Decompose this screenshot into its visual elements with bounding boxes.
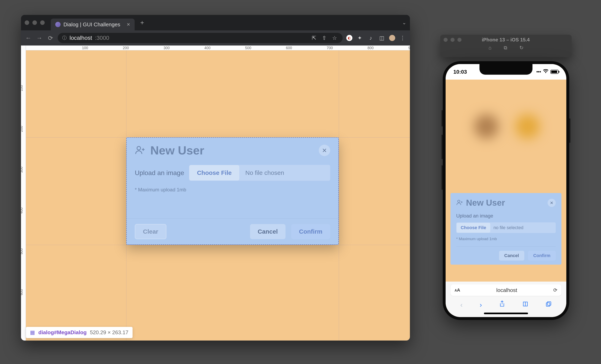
phone-dialog-close-button[interactable] <box>548 199 556 207</box>
dialog-header: New User <box>127 138 338 163</box>
ruler-tick: 500 <box>245 46 251 50</box>
phone-file-input[interactable]: Choose File no file selected <box>456 222 556 233</box>
iphone-device: 10:03 ••• New User <box>443 61 569 320</box>
svg-rect-11 <box>546 303 550 306</box>
safari-toolbar: AA localhost ⟳ ‹ › <box>446 282 566 317</box>
text-size-icon[interactable]: AA <box>455 287 460 293</box>
nav-reload-icon[interactable]: ⟳ <box>47 34 54 42</box>
file-input[interactable]: Choose File No file chosen <box>189 165 330 181</box>
media-icon[interactable]: ♪ <box>367 35 374 41</box>
compass-icon[interactable]: ◐ <box>346 35 352 41</box>
window-maximize[interactable] <box>40 20 45 25</box>
tab-close-icon[interactable]: × <box>127 21 130 28</box>
safari-share-icon[interactable] <box>499 300 505 309</box>
window-close[interactable] <box>25 20 29 25</box>
phone-dialog-header: New User <box>456 198 556 208</box>
file-status: No file chosen <box>240 169 284 176</box>
site-info-icon[interactable]: ⓘ <box>62 35 67 41</box>
guide-line <box>339 51 339 341</box>
window-minimize[interactable] <box>32 20 37 25</box>
blurred-avatar-2 <box>515 114 540 139</box>
status-time: 10:03 <box>453 69 467 75</box>
dialog-footer: Clear Cancel Confirm <box>127 219 338 244</box>
browser-window: Dialog | GUI Challenges × + ⌄ ← → ⟳ ⓘ lo… <box>21 15 410 341</box>
phone-choose-file-button[interactable]: Choose File <box>457 223 490 233</box>
ruler-horizontal: 100 200 300 400 500 600 700 800 900 <box>21 45 410 51</box>
ruler-tick: 700 <box>327 46 333 50</box>
browser-toolbar: ← → ⟳ ⓘ localhost:3000 ⇱ ⇧ ☆ ◐ ✦ ♪ ◫ ⋮ <box>21 30 410 45</box>
clear-button[interactable]: Clear <box>135 224 166 239</box>
phone-mega-dialog: New User Upload an image Choose File no … <box>451 193 561 265</box>
safari-url: localhost <box>460 287 553 293</box>
dialog-body: Upload an image Choose File No file chos… <box>127 163 338 192</box>
upload-row: Upload an image Choose File No file chos… <box>135 165 330 181</box>
ruler-tick: 600 <box>286 46 292 50</box>
devtools-dimensions: 520.29 × 263.17 <box>90 329 129 336</box>
wifi-icon <box>543 69 548 74</box>
tab-title: Dialog | GUI Challenges <box>63 21 120 28</box>
upload-hint: * Maximum upload 1mb <box>135 187 330 192</box>
ruler-tick: 300 <box>164 46 170 50</box>
new-tab-button[interactable]: + <box>140 19 144 27</box>
overflow-menu-icon[interactable]: ⋮ <box>399 35 406 41</box>
nav-back-icon[interactable]: ← <box>25 34 32 41</box>
confirm-button[interactable]: Confirm <box>291 224 330 239</box>
cancel-button[interactable]: Cancel <box>250 224 286 239</box>
safari-back-icon[interactable]: ‹ <box>460 301 462 309</box>
cellular-icon: ••• <box>536 69 541 74</box>
ruler-tick: 100 <box>82 46 88 50</box>
ruler-tick: 100 <box>21 85 24 91</box>
phone-cancel-button[interactable]: Cancel <box>499 251 524 261</box>
window-minimize[interactable] <box>451 38 455 42</box>
bookmark-star-icon[interactable]: ☆ <box>331 35 338 41</box>
dialog-close-button[interactable] <box>319 145 330 156</box>
safari-forward-icon[interactable]: › <box>480 301 482 309</box>
phone-dialog-title: New User <box>466 198 505 208</box>
address-port: :3000 <box>95 35 109 41</box>
ruler-vertical: 100 200 300 400 500 600 <box>21 45 26 341</box>
mega-dialog: New User Upload an image Choose File No … <box>126 137 339 245</box>
ruler-tick: 200 <box>21 126 24 132</box>
nav-forward-icon[interactable]: → <box>36 34 43 41</box>
phone-upload-hint: * Maximum upload 1mb <box>456 237 556 241</box>
upload-label: Upload an image <box>135 169 184 177</box>
extensions-icon[interactable]: ✦ <box>356 35 363 41</box>
add-user-icon <box>135 145 145 156</box>
sim-rotate-icon[interactable]: ↻ <box>520 45 523 51</box>
simulator-title: iPhone 13 – iOS 15.4 <box>482 37 530 43</box>
ruler-tick: 200 <box>123 46 129 50</box>
add-user-icon <box>456 199 463 207</box>
grid-icon: ▦ <box>30 329 35 336</box>
window-maximize[interactable] <box>457 38 461 42</box>
choose-file-button[interactable]: Choose File <box>190 165 239 180</box>
svg-point-5 <box>458 200 460 202</box>
sim-home-icon[interactable]: ⌂ <box>488 45 491 51</box>
reload-icon[interactable]: ⟳ <box>553 287 557 293</box>
open-external-icon[interactable]: ⇱ <box>311 35 318 41</box>
home-indicator[interactable] <box>484 313 528 314</box>
share-icon[interactable]: ⇧ <box>321 35 328 41</box>
ruler-tick: 400 <box>21 208 24 214</box>
devtools-element-tooltip: ▦ dialog#MegaDialog 520.29 × 263.17 <box>26 327 132 338</box>
page-viewport: 100 200 300 400 500 600 700 800 900 100 … <box>21 45 410 341</box>
dialog-title: New User <box>150 143 204 157</box>
phone-file-status: no file selected <box>491 225 523 230</box>
window-controls <box>25 20 45 25</box>
simulator-toolbar: iPhone 13 – iOS 15.4 ⌂ ⧉ ↻ <box>440 35 572 57</box>
safari-tabs-icon[interactable] <box>546 301 552 309</box>
safari-bookmarks-icon[interactable] <box>522 301 528 309</box>
profile-avatar-icon[interactable] <box>389 35 395 41</box>
iphone-screen: 10:03 ••• New User <box>446 64 566 317</box>
address-bar[interactable]: ⓘ localhost:3000 ⇱ ⇧ ☆ <box>58 33 343 43</box>
sim-screenshot-icon[interactable]: ⧉ <box>504 45 507 51</box>
ruler-tick: 900 <box>408 46 410 50</box>
phone-confirm-button[interactable]: Confirm <box>528 251 556 261</box>
iphone-notch <box>480 64 532 75</box>
window-close[interactable] <box>444 38 448 42</box>
browser-titlebar: Dialog | GUI Challenges × + ⌄ <box>21 15 410 30</box>
tabs-dropdown-icon[interactable]: ⌄ <box>402 20 406 26</box>
browser-tab[interactable]: Dialog | GUI Challenges × <box>51 19 135 30</box>
safari-address-bar[interactable]: AA localhost ⟳ <box>451 284 561 296</box>
sidepanel-icon[interactable]: ◫ <box>378 35 385 41</box>
svg-point-0 <box>137 146 140 150</box>
